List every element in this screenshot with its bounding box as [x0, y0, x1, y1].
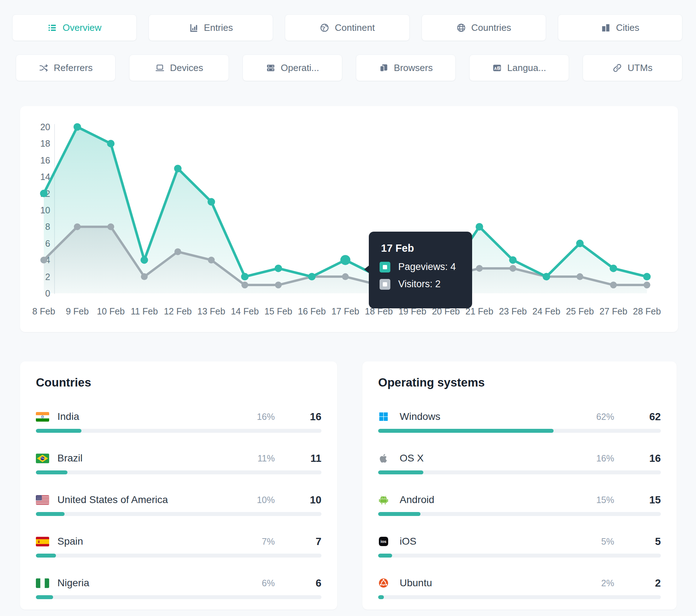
countries-row-spain[interactable]: Spain 7% 7	[36, 534, 321, 558]
progress-bar	[378, 470, 661, 474]
item-name: United States of America	[57, 494, 168, 506]
tab-continent[interactable]: Continent	[285, 14, 409, 41]
tab-referrers[interactable]: Referrers	[16, 55, 116, 81]
item-name: Windows	[400, 411, 441, 422]
item-percentage: 6%	[262, 578, 275, 588]
item-count: 7	[293, 536, 321, 548]
item-count: 10	[293, 494, 321, 506]
tab-label: Cities	[616, 22, 639, 33]
item-count: 16	[293, 411, 321, 423]
countries-row-brazil[interactable]: Brazil 11% 11	[36, 451, 321, 474]
countries-row-india[interactable]: India 16% 16	[36, 409, 321, 433]
svg-text:18: 18	[40, 138, 50, 148]
operating-systems-row-windows[interactable]: Windows 62% 62	[378, 409, 661, 433]
operating-systems-row-ubuntu[interactable]: Ubuntu 2% 2	[378, 576, 661, 599]
list-icon	[47, 23, 57, 33]
usa-flag-icon	[36, 495, 50, 505]
visitors-legend-icon	[380, 279, 390, 290]
svg-text:10 Feb: 10 Feb	[97, 306, 125, 316]
svg-text:16 Feb: 16 Feb	[298, 306, 326, 316]
cities-buildings-icon	[601, 23, 611, 33]
tab-devices[interactable]: Devices	[129, 55, 229, 81]
operating-systems-list: Windows 62% 62 OS X 16% 16 Android 15% 1…	[378, 409, 661, 599]
tab-label: Operati...	[281, 62, 319, 74]
operating-systems-row-os-x[interactable]: OS X 16% 16	[378, 451, 661, 474]
apple-icon	[378, 453, 392, 463]
progress-bar	[36, 595, 321, 599]
tab-label: UTMs	[627, 62, 652, 74]
item-name: India	[57, 411, 79, 422]
item-percentage: 15%	[596, 495, 614, 505]
countries-panel: Countries India 16% 16 Brazil 11% 11 Uni…	[20, 361, 337, 610]
svg-text:9 Feb: 9 Feb	[66, 306, 89, 316]
item-count: 2	[633, 577, 661, 589]
operating-systems-row-ios[interactable]: ios iOS 5% 5	[378, 534, 661, 558]
progress-bar-fill	[36, 554, 56, 558]
tab-label: Continent	[335, 22, 375, 33]
item-name: Nigeria	[57, 577, 89, 589]
item-count: 62	[633, 411, 661, 423]
operating-systems-row-android[interactable]: Android 15% 15	[378, 493, 661, 516]
tab-entries[interactable]: Entries	[149, 14, 273, 41]
progress-bar	[36, 429, 321, 433]
progress-bar	[36, 554, 321, 558]
svg-text:11 Feb: 11 Feb	[131, 306, 158, 316]
translate-icon: AZ	[492, 63, 502, 73]
tab-label: Langua...	[507, 62, 546, 74]
countries-list: India 16% 16 Brazil 11% 11 United States…	[36, 409, 321, 599]
progress-bar	[378, 595, 661, 599]
item-count: 6	[293, 577, 321, 589]
svg-text:25 Feb: 25 Feb	[566, 306, 594, 316]
svg-text:ios: ios	[381, 539, 386, 544]
laptop-icon	[155, 63, 165, 73]
svg-text:8 Feb: 8 Feb	[32, 306, 55, 316]
tooltip-pageviews-text: Pageviews: 4	[398, 261, 456, 273]
countries-row-united-states-of-america[interactable]: United States of America 10% 10	[36, 493, 321, 516]
item-name: Ubuntu	[400, 577, 432, 589]
tab-label: Referrers	[54, 62, 93, 74]
tab-operati[interactable]: Operati...	[243, 55, 342, 81]
progress-bar-fill	[36, 595, 53, 599]
pageviews-legend-icon	[380, 262, 390, 273]
progress-bar	[378, 429, 661, 433]
countries-panel-title: Countries	[36, 376, 321, 389]
entries-chart-icon	[189, 23, 198, 33]
item-percentage: 5%	[601, 536, 614, 547]
item-percentage: 10%	[257, 495, 275, 505]
tab-countries[interactable]: Countries	[422, 14, 546, 41]
nigeria-flag-icon	[36, 578, 50, 588]
svg-text:14: 14	[40, 172, 50, 182]
brazil-flag-icon	[36, 453, 50, 463]
tab-label: Overview	[62, 22, 101, 33]
tab-label: Devices	[170, 62, 203, 74]
item-count: 11	[293, 452, 321, 464]
traffic-chart[interactable]: 024681012141618208 Feb9 Feb10 Feb11 Feb1…	[20, 106, 678, 332]
svg-text:Z: Z	[498, 66, 499, 70]
android-icon	[378, 495, 392, 505]
progress-bar-fill	[378, 470, 423, 474]
browser-window-icon	[379, 63, 389, 73]
svg-text:20: 20	[40, 122, 50, 132]
tab-browsers[interactable]: Browsers	[356, 55, 456, 81]
tab-utms[interactable]: UTMs	[583, 55, 682, 81]
progress-bar-fill	[378, 429, 554, 433]
progress-bar-fill	[378, 554, 392, 558]
tabs-row-primary: OverviewEntriesContinentCountriesCities	[12, 14, 682, 41]
countries-row-nigeria[interactable]: Nigeria 6% 6	[36, 576, 321, 599]
tab-cities[interactable]: Cities	[558, 14, 682, 41]
progress-bar-fill	[36, 470, 67, 474]
tab-label: Browsers	[394, 62, 433, 74]
item-name: iOS	[400, 536, 417, 547]
tab-overview[interactable]: Overview	[12, 14, 137, 41]
svg-text:12 Feb: 12 Feb	[164, 306, 192, 316]
server-icon	[266, 63, 276, 73]
operating-systems-panel: Operating systems Windows 62% 62 OS X 16…	[362, 361, 677, 610]
ios-icon: ios	[378, 536, 392, 546]
progress-bar-fill	[378, 512, 420, 516]
link-icon	[612, 63, 622, 73]
tab-langua[interactable]: AZLangua...	[469, 55, 569, 81]
tooltip-visitors-text: Visitors: 2	[398, 279, 441, 290]
analytics-dashboard: { "colors": { "accent": "#2cbcab", "acce…	[0, 0, 696, 616]
tab-label: Entries	[204, 22, 233, 33]
svg-text:23 Feb: 23 Feb	[499, 306, 527, 316]
